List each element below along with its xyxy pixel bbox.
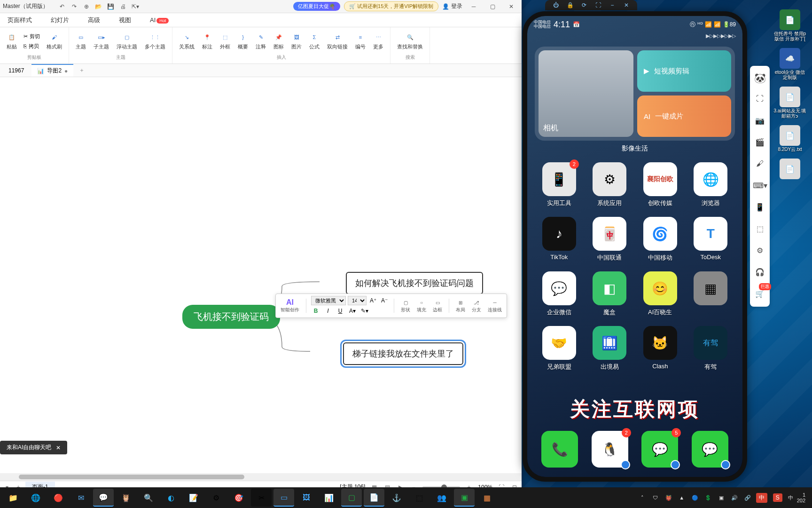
camera-preview[interactable]: 相机 <box>539 50 633 137</box>
menu-tab[interactable]: 高级 <box>84 14 104 26</box>
app-icon[interactable]: 📝 <box>183 489 204 507</box>
dock-wechat2[interactable]: 💬 <box>692 431 728 468</box>
mindmap-canvas[interactable]: 飞机接不到验证码 如何解决飞机接不到验证码问题 梯子链接我放在文件夹里了 AI智… <box>0 77 522 481</box>
edge-icon[interactable]: 🌐 <box>25 489 46 507</box>
one-click-button[interactable]: AI 一键成片 <box>637 95 731 137</box>
fullscreen-icon[interactable]: ⛶ <box>753 92 766 105</box>
chrome-icon[interactable]: 🔴 <box>48 489 69 507</box>
app-icon[interactable]: ▢ <box>341 489 362 507</box>
desktop-icon[interactable]: 📄3.ai网站及无 填邮箱方ɔ <box>773 87 807 119</box>
close-icon[interactable]: ✕ <box>56 444 61 451</box>
font-family-select[interactable]: 微软雅黑 <box>311 296 346 305</box>
add-tab-button[interactable]: ＋ <box>75 64 88 76</box>
shape-button[interactable]: ▢形状 <box>399 297 412 314</box>
support-icon[interactable]: 🎧 <box>753 265 766 278</box>
screenshot-icon[interactable]: ⛶ <box>594 1 602 9</box>
export-icon[interactable]: ⇱▾ <box>131 2 140 11</box>
menu-tab-ai[interactable]: AIHot <box>146 15 172 25</box>
app-folder[interactable]: 2📱实用工具 <box>537 162 582 207</box>
tray-icon[interactable]: ▣ <box>717 493 726 502</box>
file-explorer-icon[interactable]: 📁 <box>3 489 23 507</box>
font-color-button[interactable]: A▾ <box>348 306 357 316</box>
multi-theme-button[interactable]: ⋮⋮多个主题 <box>142 31 168 51</box>
taskbar-time[interactable]: 1 <box>797 492 805 498</box>
app-unicom[interactable]: 🀄中国联通 <box>587 217 632 262</box>
bold-button[interactable]: B <box>311 306 320 316</box>
phone-screen[interactable]: 中国电信中国电信 4:11 📅 ⓝ ᴴᴰ 📶 📶 🔋89 ▶▷▶▷▶▷▶▷ 相机… <box>527 16 742 477</box>
fill-button[interactable]: ○填充 <box>415 297 428 314</box>
rotate-icon[interactable]: ⟳ <box>580 1 588 9</box>
theme-button[interactable]: ▭主题 <box>73 31 89 51</box>
camera-widget[interactable]: 相机 ▶ 短视频剪辑 AI 一键成片 <box>535 47 735 141</box>
italic-button[interactable]: I <box>323 306 333 316</box>
connector-button[interactable]: ─连接线 <box>486 297 504 314</box>
more-button[interactable]: ⋯更多 <box>370 31 386 51</box>
ime-lang[interactable]: 中 <box>788 494 793 501</box>
app-icon[interactable]: 襄阳创欧创欧传媒 <box>638 162 683 207</box>
subtheme-button[interactable]: ▭▸子主题 <box>91 31 112 51</box>
tray-icon[interactable]: 👹 <box>664 493 673 502</box>
app-icon[interactable]: 📄 <box>364 489 384 507</box>
app-icon[interactable]: ⚙ <box>206 489 226 507</box>
ai-create-button[interactable]: AI智能创作 <box>279 297 301 314</box>
tray-icon[interactable]: 🛡 <box>651 493 660 502</box>
highlight-button[interactable]: ✎▾ <box>360 306 369 316</box>
minimize-icon[interactable]: − <box>608 1 617 9</box>
dock-wechat[interactable]: 💬5 <box>641 431 678 468</box>
app-youjia[interactable]: 有驾有驾 <box>688 326 734 371</box>
horizontal-scrollbar[interactable] <box>0 473 522 481</box>
login-button[interactable]: 👤 登录 <box>442 2 462 10</box>
trial-badge[interactable]: 🛒 试用还剩15天，开通VIP解锁限制 <box>344 1 438 11</box>
promo-badge[interactable]: 亿图夏日大促🌴 <box>293 2 340 11</box>
app-icon[interactable]: ▣ <box>454 489 475 507</box>
font-shrink-icon[interactable]: A⁻ <box>380 296 389 305</box>
app-icon[interactable]: ⬚ <box>409 489 429 507</box>
mark-button[interactable]: 📍标注 <box>199 31 215 51</box>
app-icon[interactable]: ⚓ <box>386 489 407 507</box>
cart-icon[interactable]: 🛒 <box>753 287 766 300</box>
sogou-ime-icon[interactable]: S <box>773 493 782 502</box>
save-icon[interactable]: 💾 <box>107 2 115 11</box>
settings-icon[interactable]: ⚙ <box>753 244 766 257</box>
ime-indicator[interactable]: 中 <box>756 493 767 503</box>
outer-frame-button[interactable]: ⬚外框 <box>217 31 233 51</box>
mail-icon[interactable]: ✉ <box>70 489 91 507</box>
maximize-icon[interactable]: ▢ <box>485 1 500 12</box>
app-icon[interactable]: 📊 <box>319 489 339 507</box>
video-edit-button[interactable]: ▶ 短视频剪辑 <box>637 50 731 92</box>
annotation-button[interactable]: ✎注释 <box>253 31 269 51</box>
app-tiktok[interactable]: ♪TikTok <box>537 217 582 262</box>
menu-tab[interactable]: 页面样式 <box>4 14 36 26</box>
paste-button[interactable]: 📋粘贴 <box>4 31 20 51</box>
branch-button[interactable]: ⎇分支 <box>470 297 483 314</box>
app-folder[interactable]: ⚙系统应用 <box>587 162 632 207</box>
record-icon[interactable]: 🎬 <box>753 135 766 149</box>
cut-button[interactable]: ✂ 剪切 <box>22 32 42 41</box>
tray-up-icon[interactable]: ˄ <box>638 493 647 502</box>
app-clash[interactable]: 🐱Clash <box>638 326 683 371</box>
formula-button[interactable]: Σ公式 <box>306 31 322 51</box>
app-icon[interactable]: 🦉 <box>116 489 136 507</box>
format-painter-button[interactable]: 🖌格式刷 <box>44 31 65 51</box>
app-aibaixiao[interactable]: 😊AI百晓生 <box>638 271 683 317</box>
border-button[interactable]: ▭边框 <box>431 297 444 314</box>
phone-icon[interactable]: 📱 <box>753 200 766 214</box>
brush-icon[interactable]: 🖌 <box>753 157 766 170</box>
doc-tab-active[interactable]: 📊 导图2 ● <box>31 64 73 77</box>
picture-button[interactable]: 🖼图片 <box>289 31 304 51</box>
dock-phone[interactable]: 📞 <box>541 431 578 468</box>
power-icon[interactable]: ⏻ <box>552 1 560 9</box>
new-icon[interactable]: ⊕ <box>82 2 91 11</box>
app-cmcc[interactable]: 🌀中国移动 <box>638 217 683 262</box>
camera-icon[interactable]: 📷 <box>753 114 766 127</box>
dock-qq[interactable]: 🐧2 <box>592 431 628 468</box>
app-icon[interactable]: 🎯 <box>228 489 249 507</box>
mindmap-root-node[interactable]: 飞机接不到验证码 <box>182 305 280 329</box>
desktop-icon[interactable]: 📄信托养号 禁用p版信 开放补丁[ <box>773 9 807 41</box>
keyboard-icon[interactable]: ⌨▾ <box>753 179 766 192</box>
layout-button[interactable]: ⊞布局 <box>454 297 467 314</box>
underline-button[interactable]: U <box>336 306 345 316</box>
bilink-button[interactable]: ⇄双向链接 <box>324 31 351 51</box>
ai-chat-prompt[interactable]: 来和AI自由聊天吧 ✕ <box>0 441 67 454</box>
number-button[interactable]: ≡编号 <box>352 31 368 51</box>
